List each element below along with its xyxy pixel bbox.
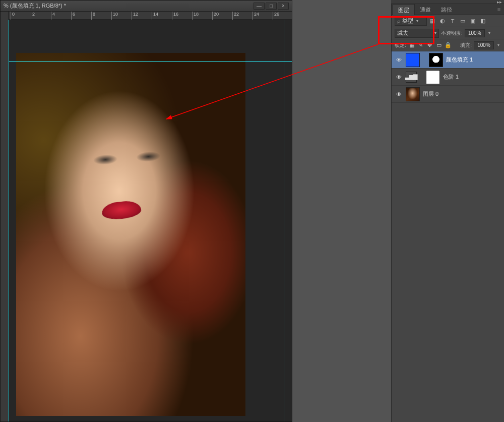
- lock-position-icon[interactable]: ✥: [426, 42, 433, 49]
- layers-panel: ▸▸ 图层 通道 路径 ≡ ⌕ 类型 ▾ ▦ ◐ T ▭ ▣ ◧: [391, 0, 504, 422]
- filter-pixel-icon[interactable]: ▦: [429, 18, 436, 25]
- filter-artboard-icon[interactable]: ◧: [479, 18, 486, 25]
- chevron-down-icon: ▾: [434, 31, 436, 35]
- opacity-value[interactable]: 100%: [465, 29, 485, 37]
- chevron-down-icon[interactable]: ▾: [487, 31, 492, 35]
- lock-label: 锁定:: [395, 42, 406, 49]
- layer-list: 👁 颜色填充 1 👁 ▃▆▇ 色阶 1 👁 图层 0: [392, 51, 504, 103]
- tab-layers[interactable]: 图层: [393, 4, 415, 15]
- guide-vertical[interactable]: [284, 20, 284, 421]
- panel-menu-button[interactable]: ≡: [494, 7, 504, 13]
- filter-adjust-icon[interactable]: ◐: [439, 18, 446, 25]
- layer-row-background[interactable]: 👁 图层 0: [392, 86, 504, 103]
- ruler-horizontal[interactable]: 0 2 4 6 8 10 12 14 16 18 20 22 24 26: [9, 12, 292, 20]
- guide-vertical[interactable]: [9, 20, 9, 421]
- ruler-tick: 2: [31, 12, 35, 20]
- window-maximize-button[interactable]: □: [266, 3, 277, 10]
- layer-filter-row: ⌕ 类型 ▾ ▦ ◐ T ▭ ▣ ◧: [392, 15, 504, 27]
- filter-smart-icon[interactable]: ▣: [469, 18, 476, 25]
- document-titlebar[interactable]: % (颜色填充 1, RGB/8*) * — □ ×: [1, 1, 292, 12]
- chevron-down-icon: ▾: [416, 19, 418, 23]
- visibility-eye-icon[interactable]: 👁: [395, 57, 403, 63]
- window-minimize-button[interactable]: —: [254, 3, 265, 10]
- filter-type-icon[interactable]: T: [449, 18, 456, 25]
- layer-row-levels[interactable]: 👁 ▃▆▇ 色阶 1: [392, 69, 504, 86]
- layer-filter-dropdown[interactable]: ⌕ 类型 ▾: [395, 17, 427, 26]
- collapse-icon: ▸▸: [497, 0, 502, 5]
- document-title: % (颜色填充 1, RGB/8*) *: [4, 2, 254, 10]
- panel-tabs: 图层 通道 路径 ≡: [392, 4, 504, 15]
- levels-adjustment-icon[interactable]: ▃▆▇: [406, 72, 417, 83]
- canvas[interactable]: [9, 20, 292, 421]
- lock-artboard-icon[interactable]: ▭: [435, 42, 443, 49]
- visibility-eye-icon[interactable]: 👁: [395, 74, 403, 80]
- lock-transparent-icon[interactable]: ▦: [408, 42, 415, 49]
- document-image: [16, 53, 245, 416]
- ruler-tick: 12: [132, 12, 138, 20]
- window-controls: — □ ×: [254, 3, 289, 10]
- layer-name[interactable]: 颜色填充 1: [446, 56, 473, 64]
- layer-name[interactable]: 图层 0: [423, 90, 438, 98]
- search-icon: ⌕: [397, 18, 401, 24]
- layer-thumbnail[interactable]: [406, 53, 420, 67]
- layer-thumbnail[interactable]: [406, 87, 420, 101]
- blend-row: 减去 ▾ 不透明度: 100% ▾: [392, 27, 504, 39]
- ruler-tick: 16: [172, 12, 178, 20]
- chevron-down-icon[interactable]: ▾: [496, 43, 501, 47]
- fill-label: 填充:: [460, 42, 472, 49]
- blend-mode-dropdown[interactable]: 减去 ▾: [395, 29, 439, 38]
- ruler-tick: 14: [152, 12, 158, 20]
- app-root: % (颜色填充 1, RGB/8*) * — □ × 0 2 4 6 8 10 …: [0, 0, 504, 422]
- lock-row: 锁定: ▦ ✎ ✥ ▭ 🔒 填充: 100% ▾: [392, 39, 504, 51]
- blend-mode-value: 减去: [397, 29, 408, 37]
- ruler-tick: 0: [11, 12, 15, 20]
- layer-filter-label: 类型: [402, 17, 413, 25]
- opacity-label: 不透明度:: [441, 30, 463, 37]
- tab-channels[interactable]: 通道: [415, 4, 436, 15]
- document-window: % (颜色填充 1, RGB/8*) * — □ × 0 2 4 6 8 10 …: [0, 0, 292, 422]
- ruler-tick: 18: [192, 12, 199, 20]
- ruler-vertical[interactable]: [1, 12, 9, 421]
- filter-shape-icon[interactable]: ▭: [459, 18, 466, 25]
- panel-collapse-strip[interactable]: ▸▸: [391, 0, 504, 4]
- tab-paths[interactable]: 路径: [436, 4, 457, 15]
- ruler-tick: 8: [91, 12, 95, 20]
- ruler-tick: 24: [253, 12, 259, 20]
- ruler-tick: 6: [71, 12, 75, 20]
- ruler-tick: 22: [232, 12, 239, 20]
- layer-filter-icons: ▦ ◐ T ▭ ▣ ◧: [429, 18, 486, 25]
- layer-row-color-fill[interactable]: 👁 颜色填充 1: [392, 51, 504, 69]
- layer-name[interactable]: 色阶 1: [443, 73, 459, 81]
- ruler-tick: 26: [273, 12, 279, 20]
- visibility-eye-icon[interactable]: 👁: [395, 91, 403, 97]
- guide-horizontal[interactable]: [9, 61, 292, 62]
- fill-value[interactable]: 100%: [474, 41, 494, 49]
- layer-mask-thumbnail[interactable]: [426, 70, 440, 84]
- window-close-button[interactable]: ×: [278, 3, 289, 10]
- ruler-tick: 20: [212, 12, 219, 20]
- lock-all-icon[interactable]: 🔒: [445, 42, 452, 49]
- layer-mask-thumbnail[interactable]: [429, 53, 443, 67]
- ruler-tick: 10: [111, 12, 118, 20]
- ruler-tick: 4: [51, 12, 55, 20]
- lock-pixels-icon[interactable]: ✎: [417, 42, 424, 49]
